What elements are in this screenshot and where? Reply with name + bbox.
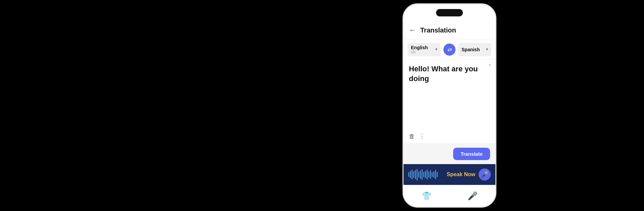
source-chevron-icon: ▾: [435, 47, 437, 52]
wave-bar-6: [417, 169, 418, 181]
source-language-selector[interactable]: English US ▾: [408, 43, 441, 56]
wave-bar-4: [413, 171, 414, 178]
translate-button[interactable]: Translate: [453, 148, 490, 160]
swap-button[interactable]: ⇄: [443, 44, 455, 56]
translate-button-area: Translate: [404, 144, 495, 164]
target-chevron-icon: ▾: [486, 47, 488, 52]
source-lang-sub: US: [411, 50, 428, 54]
wave-bar-18: [437, 172, 438, 177]
close-button[interactable]: ×: [488, 62, 491, 68]
phone-screen: ← Translation English US ▾ ⇄ Spani: [404, 4, 495, 207]
wave-bar-5: [415, 170, 416, 179]
back-button[interactable]: ←: [409, 26, 416, 34]
share-icon[interactable]: ⋮: [419, 133, 425, 140]
wave-bar-1: [408, 172, 409, 177]
input-actions: 🗑 ⋮: [409, 130, 490, 140]
input-text[interactable]: Hello! What are you doing: [409, 64, 490, 130]
target-lang-name: Spanish: [462, 47, 480, 52]
wave-bar-9: [422, 169, 423, 180]
mic-icon: 🎤: [481, 171, 488, 178]
dynamic-island: [436, 9, 463, 16]
input-area: × Hello! What are you doing 🗑 ⋮: [404, 60, 495, 143]
speak-now-label: Speak Now: [447, 171, 475, 178]
wave-bar-14: [430, 170, 431, 179]
mic-nav-icon[interactable]: 🎤: [468, 191, 478, 201]
wave-bar-10: [423, 172, 424, 177]
main-scene: ← Translation English US ▾ ⇄ Spani: [0, 0, 644, 211]
wave-bar-17: [435, 170, 436, 179]
source-lang-info: English US: [411, 45, 428, 54]
speak-bar: Speak Now 🎤: [404, 164, 495, 185]
wave-bar-15: [432, 172, 433, 177]
source-lang-name: English: [411, 45, 428, 50]
wave-bar-11: [425, 171, 426, 178]
target-language-selector[interactable]: Spanish ▾: [458, 43, 491, 56]
target-lang-info: Spanish: [462, 47, 480, 52]
delete-icon[interactable]: 🗑: [409, 133, 415, 140]
wave-bar-2: [410, 171, 411, 178]
swap-icon: ⇄: [447, 46, 452, 53]
mic-button[interactable]: 🎤: [479, 168, 491, 181]
bottom-nav: 👕 🎤: [404, 185, 495, 207]
wave-bar-3: [412, 169, 413, 180]
phone-mockup: ← Translation English US ▾ ⇄ Spani: [402, 3, 496, 208]
app-title: Translation: [420, 26, 456, 34]
app-header: ← Translation: [404, 21, 495, 40]
wave-bar-8: [420, 170, 421, 179]
wardrobe-nav-icon[interactable]: 👕: [422, 191, 432, 201]
wave-bar-12: [427, 169, 428, 180]
wave-bar-7: [418, 171, 419, 178]
wave-bar-16: [433, 171, 434, 178]
language-bar: English US ▾ ⇄ Spanish ▾: [404, 40, 495, 60]
wave-bar-13: [428, 171, 429, 178]
waveform: [408, 169, 443, 181]
